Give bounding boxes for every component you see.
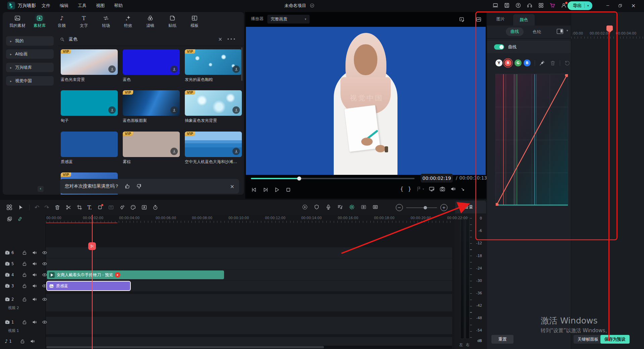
- reset-curve-icon[interactable]: [564, 60, 570, 66]
- sidebar-item-vcg[interactable]: ▸视觉中国: [6, 76, 54, 86]
- menu-file[interactable]: 文件: [37, 0, 55, 11]
- media-thumbnail[interactable]: VIP: [123, 90, 180, 116]
- stop-icon[interactable]: [285, 187, 291, 193]
- media-thumbnail[interactable]: VIP: [185, 49, 242, 75]
- download-icon[interactable]: [108, 106, 116, 114]
- hide-track-icon[interactable]: [42, 272, 47, 278]
- tab-audio[interactable]: ♪音频: [51, 15, 72, 29]
- clear-search-icon[interactable]: ×: [217, 36, 224, 42]
- download-icon[interactable]: [232, 106, 240, 114]
- next-frame-icon[interactable]: [262, 187, 269, 193]
- media-item[interactable]: 蓝色: [123, 49, 180, 83]
- media-thumbnail[interactable]: [123, 49, 180, 75]
- delete-icon[interactable]: [54, 204, 60, 210]
- hide-track-icon[interactable]: [42, 250, 47, 255]
- timeline-ruler[interactable]: 00:00:00 00:00:02:00 00:00:04:00 00:00:0…: [46, 215, 452, 223]
- menu-help[interactable]: 帮助: [109, 0, 127, 11]
- thumbs-up-icon[interactable]: [124, 183, 130, 189]
- media-item[interactable]: VIP 雾棕: [123, 132, 180, 165]
- render-preview-icon[interactable]: [302, 204, 308, 210]
- media-thumbnail[interactable]: VIP: [123, 132, 180, 157]
- menu-edit[interactable]: 编辑: [55, 0, 73, 11]
- tab-image[interactable]: 图片: [496, 16, 505, 22]
- media-item[interactable]: VIP 蓝色光束背景: [61, 49, 118, 83]
- motion-track-icon[interactable]: [361, 204, 367, 210]
- auto-ripple-icon[interactable]: [372, 204, 378, 210]
- mute-track-icon[interactable]: [32, 261, 37, 266]
- mute-icon[interactable]: [450, 186, 456, 192]
- mute-track-icon[interactable]: [30, 339, 35, 344]
- close-button[interactable]: ×: [631, 2, 636, 9]
- fullscreen-icon[interactable]: ↘: [461, 187, 465, 192]
- download-icon[interactable]: [232, 65, 240, 73]
- hide-track-icon[interactable]: [42, 261, 47, 266]
- tab-stock-media[interactable]: 素材库: [29, 15, 50, 29]
- mute-track-icon[interactable]: [32, 297, 37, 302]
- split-scissors-icon[interactable]: [65, 204, 71, 210]
- delete-point-icon[interactable]: [550, 60, 556, 66]
- lock-track-icon[interactable]: [22, 283, 27, 289]
- select-cursor-icon[interactable]: [18, 204, 24, 211]
- account-icon[interactable]: [561, 2, 567, 8]
- current-timecode[interactable]: 00:00:02:19: [421, 174, 453, 183]
- previous-frame-icon[interactable]: [251, 187, 257, 193]
- download-icon[interactable]: [170, 106, 178, 114]
- mark-in-icon[interactable]: {: [400, 186, 404, 192]
- media-thumbnail[interactable]: [61, 132, 118, 157]
- subtab-curves[interactable]: 曲线: [506, 28, 524, 36]
- media-item[interactable]: 质感蓝: [61, 132, 118, 165]
- reset-button[interactable]: 重置: [491, 335, 514, 344]
- menu-view[interactable]: 视图: [91, 0, 109, 11]
- hide-track-icon[interactable]: [42, 319, 47, 325]
- keyframe-icon[interactable]: [119, 204, 125, 210]
- save-preset-button[interactable]: 保存为预设: [600, 335, 630, 344]
- clip-preview-badge[interactable]: [115, 272, 120, 278]
- thumbs-down-icon[interactable]: [136, 183, 142, 189]
- timeline-clip-image-selected[interactable]: 质感蓝: [47, 282, 130, 290]
- timeline-zoom-out-icon[interactable]: −: [396, 204, 403, 211]
- restore-button[interactable]: [618, 3, 623, 8]
- redo-icon[interactable]: ↷: [44, 204, 49, 210]
- timeline-hscrollbar[interactable]: [46, 346, 452, 349]
- channel-g-button[interactable]: G: [515, 59, 522, 66]
- channel-b-button[interactable]: B: [524, 59, 531, 66]
- audio-sync-icon[interactable]: [337, 204, 343, 210]
- lock-track-icon[interactable]: [22, 261, 27, 266]
- marker-icon[interactable]: [416, 186, 422, 192]
- download-icon[interactable]: [170, 65, 178, 73]
- upload-cloud-icon[interactable]: [515, 2, 521, 8]
- text-template-icon[interactable]: [141, 204, 147, 210]
- timeline-playhead[interactable]: [92, 215, 93, 349]
- menu-tools[interactable]: 工具: [73, 0, 91, 11]
- media-thumbnail[interactable]: [61, 90, 118, 116]
- download-icon[interactable]: [170, 148, 178, 155]
- tab-filters[interactable]: 滤镜: [140, 15, 161, 29]
- play-icon[interactable]: [274, 187, 280, 193]
- video-preview[interactable]: 视觉中国: [246, 27, 486, 175]
- tab-my-media[interactable]: 我的素材: [7, 15, 28, 29]
- scopes-icon[interactable]: [476, 16, 482, 22]
- volume-button[interactable]: 音量▴: [455, 201, 486, 213]
- template-blocks-icon[interactable]: [6, 204, 13, 211]
- lock-track-icon[interactable]: [20, 339, 25, 344]
- record-voiceover-icon[interactable]: [325, 204, 331, 210]
- lock-track-icon[interactable]: [22, 297, 27, 302]
- media-scrollbar[interactable]: [241, 47, 243, 81]
- marker-chevron-icon[interactable]: ▾: [423, 188, 424, 191]
- add-track-icon[interactable]: [7, 216, 12, 222]
- media-item[interactable]: VIP 空中无人机蓝色大海和沙滩...: [185, 132, 242, 165]
- color-palette-icon[interactable]: [130, 204, 136, 210]
- beat-detection-icon[interactable]: [349, 204, 355, 210]
- undo-icon[interactable]: ↶: [35, 204, 39, 210]
- crop-icon[interactable]: [76, 204, 83, 210]
- link-clips-icon[interactable]: [17, 216, 23, 222]
- more-options-icon[interactable]: •••: [227, 37, 239, 42]
- media-item[interactable]: VIP 蓝色面板图案: [123, 90, 180, 123]
- mark-shield-icon[interactable]: [314, 204, 320, 210]
- collapse-sidebar-button[interactable]: ‹: [38, 186, 44, 192]
- player-edit-icon[interactable]: [459, 16, 465, 22]
- tab-templates[interactable]: 模板: [184, 15, 205, 29]
- kf-ruler-ticks[interactable]: [571, 37, 644, 39]
- tab-stickers[interactable]: 贴纸: [162, 15, 183, 29]
- apps-grid-icon[interactable]: [538, 2, 544, 8]
